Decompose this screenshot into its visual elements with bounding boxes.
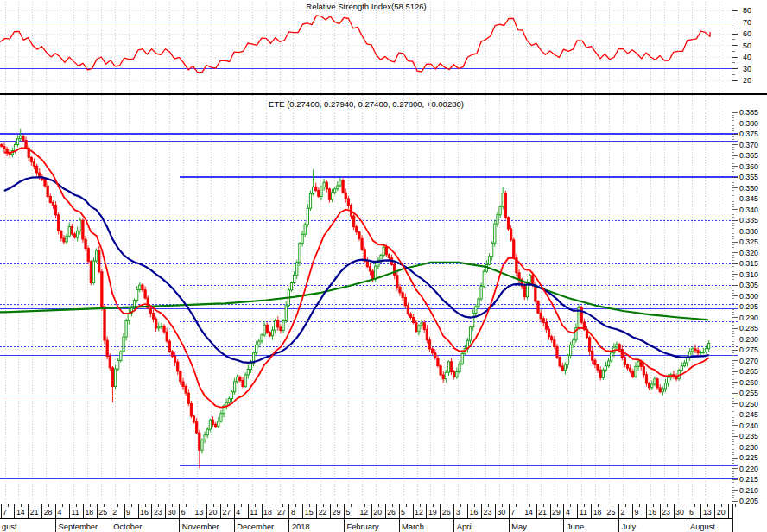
svg-text:60: 60 [743, 29, 751, 38]
svg-text:14: 14 [524, 508, 533, 516]
candle [49, 193, 51, 204]
day-tick-label: 18 [593, 508, 602, 516]
svg-text:20: 20 [717, 508, 726, 516]
svg-text:28: 28 [44, 508, 53, 516]
svg-text:30: 30 [743, 65, 751, 73]
candle [551, 335, 553, 343]
gridlines [0, 2, 732, 504]
svg-text:7: 7 [3, 508, 7, 516]
candle [171, 350, 173, 358]
chart-canvas[interactable]: 807060504030200.3850.3800.3750.3700.3650… [0, 0, 767, 532]
candle [111, 366, 113, 402]
candle [60, 230, 62, 242]
svg-text:29: 29 [333, 508, 341, 516]
month-label: May [509, 518, 527, 532]
svg-text:0.220: 0.220 [739, 465, 758, 473]
candle [702, 348, 704, 354]
svg-text:0.385: 0.385 [739, 108, 758, 117]
day-tick-label: 13 [703, 508, 712, 516]
svg-text:4: 4 [58, 508, 62, 516]
candle [68, 223, 70, 238]
svg-text:0.255: 0.255 [739, 389, 758, 397]
candle [434, 349, 436, 360]
day-tick-label: 16 [470, 508, 479, 516]
candle [694, 345, 696, 353]
svg-text:23: 23 [154, 508, 162, 516]
day-tick-label: 18 [263, 508, 272, 516]
svg-text:0.340: 0.340 [739, 206, 758, 214]
candle [542, 316, 544, 326]
svg-text:June: June [567, 522, 584, 531]
svg-text:0.250: 0.250 [739, 400, 758, 408]
candle [469, 326, 471, 345]
day-tick-label: 27 [277, 508, 286, 516]
candle [71, 224, 73, 236]
candle [602, 368, 604, 381]
candle [277, 316, 279, 331]
candle [337, 181, 339, 191]
candle [431, 347, 433, 356]
svg-text:0.285: 0.285 [739, 324, 758, 332]
candle [263, 321, 265, 337]
svg-text:21: 21 [30, 508, 39, 516]
candle [648, 382, 650, 390]
day-tick-label: 29 [333, 508, 341, 516]
candle [196, 418, 198, 434]
day-tick-label: 27 [222, 508, 231, 516]
day-tick-label: 26 [442, 508, 451, 516]
candle [675, 373, 677, 381]
candle [453, 370, 455, 379]
candle [315, 183, 317, 193]
svg-text:0.245: 0.245 [739, 410, 758, 419]
candle [244, 372, 246, 388]
svg-text:9: 9 [126, 508, 130, 516]
svg-text:6: 6 [689, 508, 694, 516]
candle [516, 254, 517, 277]
candle [293, 271, 295, 284]
svg-text:20: 20 [743, 76, 751, 85]
svg-text:30: 30 [168, 508, 176, 516]
candle [47, 181, 48, 198]
candle [6, 147, 8, 156]
day-tick-label: 16 [140, 508, 149, 516]
candle [605, 362, 606, 372]
candle [399, 284, 401, 296]
price-levels [0, 134, 738, 478]
svg-text:0.260: 0.260 [739, 378, 758, 387]
month-label: September [56, 518, 98, 532]
svg-text:July: July [622, 522, 637, 531]
svg-text:0.305: 0.305 [739, 281, 758, 289]
candle [692, 346, 694, 355]
svg-text:December: December [237, 522, 274, 531]
svg-text:21: 21 [538, 508, 547, 516]
candle [33, 159, 35, 170]
candle [564, 362, 566, 374]
svg-text:August: August [690, 522, 715, 531]
candle [52, 200, 54, 209]
svg-text:0.345: 0.345 [739, 194, 758, 203]
svg-text:0.310: 0.310 [739, 270, 758, 279]
day-tick-label: 21 [30, 508, 39, 516]
candle [654, 377, 656, 386]
candle [290, 282, 292, 292]
candle [82, 218, 84, 243]
candle [201, 439, 203, 454]
candles-layer [1, 129, 710, 468]
day-tick-label: 9 [126, 508, 130, 516]
candle [282, 319, 284, 332]
month-label: 2018 [289, 518, 310, 532]
candle [109, 353, 111, 370]
svg-text:May: May [511, 522, 527, 531]
candle [114, 365, 116, 389]
svg-text:November: November [182, 522, 219, 531]
candle [155, 317, 156, 332]
svg-text:12: 12 [415, 508, 423, 516]
candle [177, 359, 179, 375]
candle [275, 319, 276, 334]
svg-text:0.320: 0.320 [739, 249, 758, 257]
svg-text:16: 16 [140, 508, 149, 516]
candle [643, 363, 644, 378]
svg-text:0.230: 0.230 [739, 443, 758, 452]
day-tick-label: 19 [428, 508, 437, 516]
day-tick-label: 20 [717, 508, 726, 516]
